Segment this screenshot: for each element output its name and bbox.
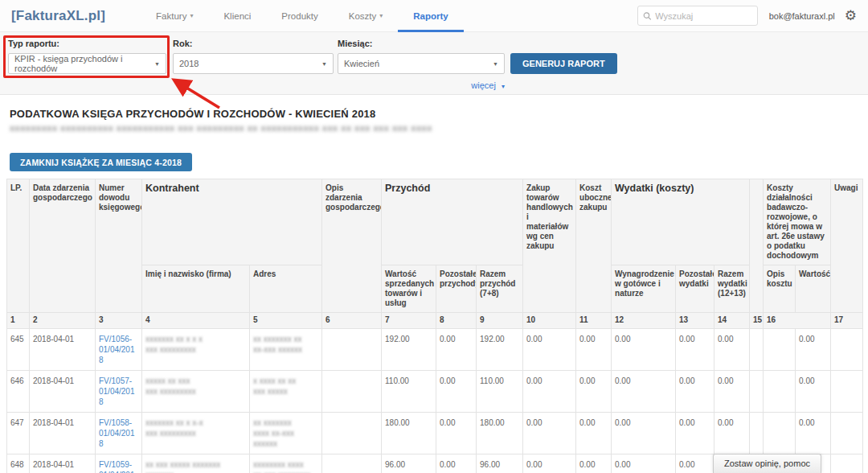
- chevron-down-icon: ▾: [190, 12, 193, 19]
- cell-value-col8: 0.00: [436, 329, 477, 371]
- table-body: 6452018-04-01FV/1056-01/04/2018xxxxxxx x…: [7, 329, 863, 473]
- cell-value-col12: 0.00: [612, 454, 676, 473]
- invoice-link[interactable]: FV/1057-01/04/2018: [99, 376, 135, 406]
- filter-year: Rok: 2018 ▼: [173, 39, 334, 74]
- cell-lp: 646: [7, 371, 30, 413]
- close-book-button[interactable]: ZAMKNIJ KSIĄŻKĘ ZA MIESIĄC 4-2018: [10, 153, 192, 171]
- settings-gear-icon[interactable]: ⚙: [845, 9, 857, 23]
- search-input[interactable]: [655, 11, 751, 21]
- filter-report-type: Typ raportu: KPIR - księga przychodów i …: [8, 39, 166, 74]
- col-header-sold-value: Wartość sprzedanych towarów i usług: [382, 265, 436, 313]
- cell-date: 2018-04-01: [30, 454, 96, 473]
- cell-cost-desc: [764, 371, 796, 413]
- cell-address-redacted: xx xxxxxxxxxxx xx-xxxxxxxxx: [250, 413, 322, 454]
- account-email[interactable]: bok@fakturaxl.pl: [769, 11, 835, 21]
- report-title: PODATKOWA KSIĘGA PRZYCHODÓW I ROZCHODÓW …: [10, 108, 868, 120]
- cell-value-col9: 192.00: [477, 329, 523, 371]
- cell-value-col9: 110.00: [477, 371, 523, 413]
- report-type-label: Typ raportu:: [8, 39, 166, 48]
- cell-value-col8: 0.00: [436, 454, 477, 473]
- cell-date: 2018-04-01: [30, 329, 96, 371]
- search-box[interactable]: [637, 6, 758, 26]
- app-logo[interactable]: [FakturaXL.pl]: [11, 8, 105, 24]
- redacted-text-line: xxx xxxxxxxxx: [145, 386, 246, 397]
- table-row: 6462018-04-01FV/1057-01/04/2018xxxxx xx …: [7, 371, 863, 413]
- nav-item-klienci[interactable]: Klienci: [208, 0, 266, 32]
- nav-item-faktury[interactable]: Faktury ▾: [141, 0, 208, 32]
- chevron-down-icon: ▾: [502, 83, 505, 90]
- cell-value-col7: 96.00: [382, 454, 436, 473]
- cell-value-col11: 0.00: [576, 371, 612, 413]
- col-header-address: Adres: [250, 265, 322, 313]
- cell-value-col14: 0.00: [714, 371, 750, 413]
- top-navigation-bar: [FakturaXL.pl] Faktury ▾ Klienci Produkt…: [0, 0, 868, 32]
- generate-report-button[interactable]: GENERUJ RAPORT: [510, 53, 617, 74]
- cell-lp: 648: [7, 454, 30, 473]
- cell-value-col14: 0.00: [714, 413, 750, 454]
- cell-value-col7: 192.00: [382, 329, 436, 371]
- col-header-total-expenses: Razem wydatki (12+13): [714, 265, 750, 313]
- redacted-text-line: xxxxxxx xx x x x: [145, 334, 246, 344]
- redacted-text-line: xx xxx xxxxx xxxxxxx: [145, 459, 246, 470]
- col-header-income: Przychód: [382, 179, 523, 265]
- cell-doc-no: FV/1058-01/04/2018: [96, 413, 142, 454]
- redacted-text-line: xxxxxxx: [145, 470, 246, 473]
- cell-value-col14: 0.00: [714, 329, 750, 371]
- cell-value-col13: 0.00: [676, 371, 714, 413]
- cell-value-col9: 96.00: [477, 454, 523, 473]
- cell-address-redacted: x xxxx xx xxxxx xxxxx: [250, 371, 322, 413]
- redacted-text-line: x xxxx xx xx: [253, 376, 318, 386]
- cell-value-col8: 0.00: [436, 371, 477, 413]
- nav-item-produkty[interactable]: Produkty: [266, 0, 333, 32]
- cell-value-col10: 0.00: [523, 371, 576, 413]
- cell-cost-value: 0.00: [796, 371, 831, 413]
- cell-cost-value: 0.00: [796, 413, 831, 454]
- redacted-text-line: xxxx xx-xxx: [253, 428, 318, 438]
- redacted-text-line: xx-xxx xxxxxx: [253, 344, 318, 355]
- cell-lp: 647: [7, 413, 30, 454]
- redacted-text-line: xx xxxxxxx: [253, 417, 318, 428]
- chevron-down-icon: ▾: [379, 12, 383, 19]
- cell-contractor-redacted: xx xxx xxxxx xxxxxxxxxxxxxxxxx xxx-xxx-x…: [142, 454, 250, 473]
- col-header-rd-costs: Koszty działalności badawczo-rozwojowe, …: [764, 179, 831, 265]
- cell-value-col10: 0.00: [523, 413, 576, 454]
- report-type-select[interactable]: KPIR - księga przychodów i rozchodów ▼: [8, 53, 166, 74]
- col-header-other-expenses: Pozostałe wydatki: [676, 265, 714, 313]
- cell-value-col11: 0.00: [576, 329, 612, 371]
- cell-value-col10: 0.00: [523, 454, 576, 473]
- feedback-button[interactable]: Zostaw opinię, pomoc: [713, 454, 821, 473]
- invoice-link[interactable]: FV/1059-01/04/2018: [99, 460, 135, 473]
- cell-address-redacted: xxxxxxxx xxxxxx-xxx xxxxxxxx: [250, 454, 322, 473]
- cell-cost-desc: [764, 329, 796, 371]
- cell-lp: 645: [7, 329, 30, 371]
- cell-description: [322, 454, 382, 473]
- cell-contractor-redacted: xxxxxxx xx x x-xxxx xxxxxxxxx: [142, 413, 250, 454]
- cell-date: 2018-04-01: [30, 413, 96, 454]
- cell-remarks: [831, 329, 863, 371]
- col-header-cost-desc: Opis kosztu: [764, 265, 796, 313]
- col-header-contractor: Kontrahent: [142, 179, 322, 265]
- invoice-link[interactable]: FV/1058-01/04/2018: [99, 418, 135, 448]
- invoice-link[interactable]: FV/1056-01/04/2018: [99, 335, 135, 364]
- redacted-text-line: xx-xxx xxxxxxxx: [253, 470, 318, 473]
- col-header-cost-value: Wartość: [796, 265, 831, 313]
- month-select[interactable]: Kwiecień ▼: [338, 53, 505, 74]
- filter-month: Miesiąc: Kwiecień ▼: [338, 39, 505, 74]
- col-header-expenses: Wydatki (koszty): [612, 179, 750, 265]
- year-select[interactable]: 2018 ▼: [173, 53, 334, 74]
- nav-item-raporty[interactable]: Raporty: [398, 0, 463, 32]
- select-arrow-icon: ▼: [493, 61, 498, 67]
- cell-description: [322, 413, 382, 454]
- cell-doc-no: FV/1059-01/04/2018: [96, 454, 142, 473]
- cell-value-col12: 0.00: [612, 329, 676, 371]
- search-icon: [643, 11, 652, 21]
- cell-cost-value: 0.00: [796, 329, 831, 371]
- col-header-wages: Wynagrodzenie w gotówce i naturze: [612, 265, 676, 313]
- cell-value-col11: 0.00: [576, 454, 612, 473]
- col-header-goods-purchase: Zakup towarów handlowych i materiałów wg…: [523, 179, 576, 313]
- col-header-doc-no: Numer dowodu księgowego: [96, 179, 142, 313]
- redacted-text-line: xxx xxxxxxxxx: [145, 428, 246, 438]
- cell-description: [322, 329, 382, 371]
- nav-item-koszty[interactable]: Koszty ▾: [334, 0, 399, 32]
- more-options-link[interactable]: więcej ▾: [338, 80, 505, 90]
